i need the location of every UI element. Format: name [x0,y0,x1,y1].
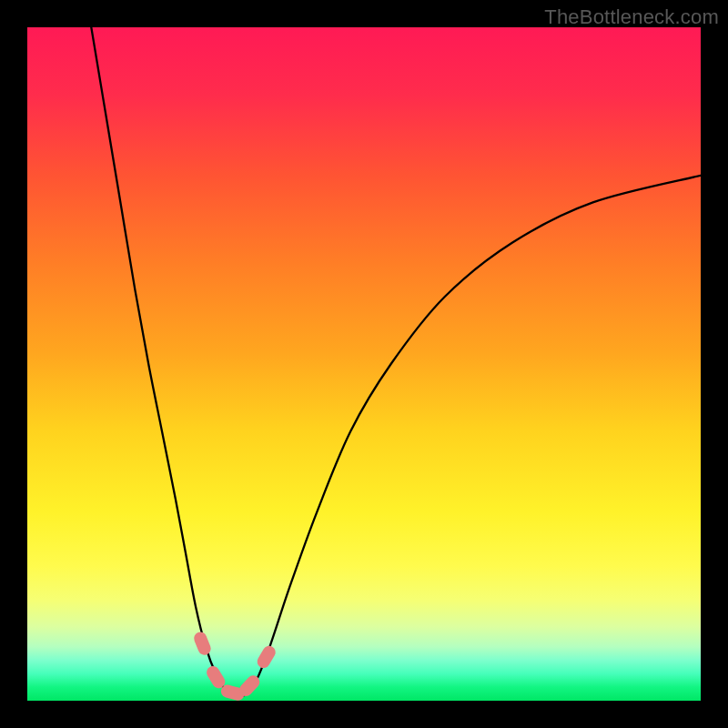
background-gradient [27,27,701,701]
plot-frame [27,27,701,701]
watermark-text: TheBottleneck.com [544,5,719,29]
svg-rect-0 [27,27,701,701]
